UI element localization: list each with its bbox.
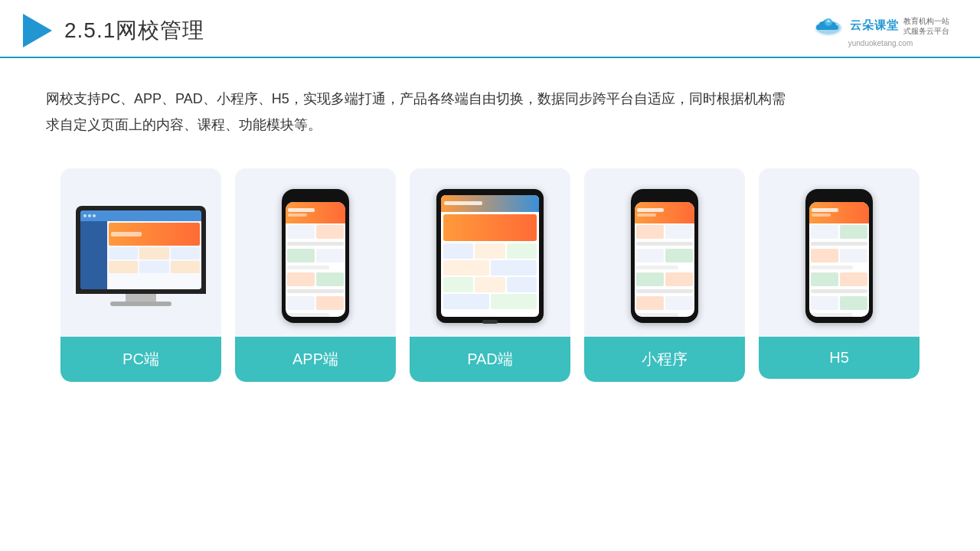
card-h5-label: H5 — [759, 337, 920, 379]
page-header: 2.5.1网校管理 云朵课堂 教育机构一站 式服务云平台 yunduoketan… — [0, 0, 980, 58]
monitor-screen — [80, 210, 201, 289]
logo-slogan-2: 式服务云平台 — [903, 26, 949, 36]
logo-area: 云朵课堂 教育机构一站 式服务云平台 yunduoketang.com — [812, 15, 949, 47]
phone-mockup-h5 — [805, 189, 873, 323]
logo-cloud: 云朵课堂 教育机构一站 式服务云平台 — [812, 15, 949, 37]
phone-mockup-app — [282, 189, 349, 323]
card-pad-label: PAD端 — [410, 337, 570, 382]
card-app-image — [235, 168, 396, 337]
card-pad-image — [410, 168, 570, 337]
card-miniprogram-image — [584, 168, 745, 337]
section-number: 2.5.1 — [64, 18, 116, 42]
description-text: 网校支持PC、APP、PAD、小程序、H5，实现多端打通，产品各终端自由切换，数… — [0, 58, 842, 153]
logo-url: yunduoketang.com — [848, 39, 913, 47]
play-icon — [23, 14, 52, 47]
cards-container: PC端 — [0, 153, 980, 397]
card-h5: H5 — [759, 168, 920, 379]
phone-mockup-mini — [631, 189, 698, 323]
card-pc-label: PC端 — [60, 337, 221, 382]
description-paragraph: 网校支持PC、APP、PAD、小程序、H5，实现多端打通，产品各终端自由切换，数… — [46, 86, 796, 138]
card-app: APP端 — [235, 168, 396, 382]
page-title: 2.5.1网校管理 — [64, 16, 204, 45]
card-pc-image — [60, 168, 221, 337]
card-pad: PAD端 — [410, 168, 570, 382]
pc-monitor — [76, 206, 206, 306]
card-miniprogram-label: 小程序 — [584, 337, 745, 382]
card-h5-image — [759, 168, 920, 337]
logo-slogan-1: 教育机构一站 — [903, 16, 949, 26]
logo-brand: 云朵课堂 — [850, 18, 899, 33]
monitor-body — [76, 206, 206, 294]
cloud-icon — [812, 15, 845, 37]
tablet-mockup — [436, 189, 544, 323]
card-pc: PC端 — [60, 168, 221, 382]
card-app-label: APP端 — [235, 337, 396, 382]
card-miniprogram: 小程序 — [584, 168, 745, 382]
title-text: 网校管理 — [116, 18, 204, 42]
header-left: 2.5.1网校管理 — [23, 14, 204, 47]
